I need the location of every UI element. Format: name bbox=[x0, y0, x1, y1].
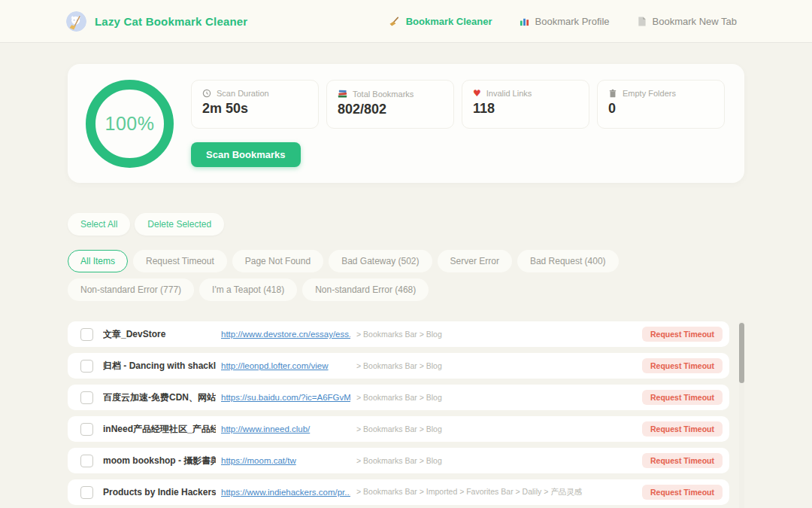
trash-icon bbox=[608, 89, 617, 98]
new-tab-page-icon bbox=[637, 17, 647, 26]
books-icon bbox=[338, 89, 347, 99]
bookmark-link[interactable]: http://www.inneed.club/ bbox=[221, 424, 350, 433]
stat-cards: Scan Duration 2m 50s Total Book bbox=[191, 80, 728, 129]
status-badge: Request Timeout bbox=[642, 485, 723, 500]
scan-summary-panel: 100% Scan Duration 2m 50s bbox=[68, 64, 744, 183]
broom-icon bbox=[389, 16, 400, 27]
nav-bookmark-new-tab[interactable]: Bookmark New Tab bbox=[637, 16, 737, 27]
filter-page-not-found[interactable]: Page Not Found bbox=[232, 250, 323, 272]
clock-icon bbox=[202, 89, 211, 98]
bookmark-folder-path: > Bookmarks Bar > Imported > Favorites B… bbox=[356, 487, 636, 497]
filter-chips: All Items Request Timeout Page Not Found… bbox=[68, 250, 744, 301]
main-content: 100% Scan Duration 2m 50s bbox=[68, 64, 744, 508]
filter-bad-request-400[interactable]: Bad Request (400) bbox=[517, 250, 619, 272]
bookmark-folder-path: > Bookmarks Bar > Blog bbox=[356, 330, 636, 339]
stat-label: Total Bookmarks bbox=[353, 90, 414, 99]
bookmark-link[interactable]: https://moom.cat/tw bbox=[221, 456, 350, 465]
heart-icon: ♥ bbox=[473, 89, 481, 98]
bookmark-link[interactable]: https://su.baidu.com/?ic=A6FGvM bbox=[221, 393, 350, 402]
filter-server-error[interactable]: Server Error bbox=[438, 250, 512, 272]
bookmark-folder-path: > Bookmarks Bar > Blog bbox=[356, 361, 636, 370]
bookmark-list: 文章_DevStore http://www.devstore.cn/essay… bbox=[68, 321, 744, 508]
bookmark-row: inNeed产品经理社区_产品经理交... http://www.inneed.… bbox=[68, 416, 729, 442]
filter-non-standard-error-777[interactable]: Non-standard Error (777) bbox=[68, 278, 194, 301]
stat-scan-duration: Scan Duration 2m 50s bbox=[191, 80, 319, 129]
bulk-actions: Select All Delete Selected bbox=[68, 213, 744, 236]
filter-im-a-teapot-418[interactable]: I'm a Teapot (418) bbox=[199, 278, 297, 301]
app-title: Lazy Cat Bookmark Cleaner bbox=[95, 15, 247, 28]
stat-empty-folders: Empty Folders 0 bbox=[597, 80, 725, 129]
bookmark-title: inNeed产品经理社区_产品经理交... bbox=[103, 423, 216, 436]
bookmark-link[interactable]: https://www.indiehackers.com/pr... bbox=[221, 488, 350, 497]
bookmark-folder-path: > Bookmarks Bar > Blog bbox=[356, 424, 636, 433]
stat-value: 118 bbox=[473, 101, 578, 117]
status-badge: Request Timeout bbox=[642, 390, 723, 405]
bookmark-checkbox[interactable] bbox=[80, 328, 93, 341]
status-badge: Request Timeout bbox=[642, 453, 723, 468]
bookmark-checkbox[interactable] bbox=[80, 486, 93, 499]
bookmark-title: moom bookshop - 攝影書與雜誌 bbox=[103, 455, 216, 467]
filter-request-timeout[interactable]: Request Timeout bbox=[133, 250, 227, 272]
bookmark-title: Products by Indie Hackers bbox=[103, 487, 216, 497]
status-badge: Request Timeout bbox=[642, 327, 723, 342]
filter-non-standard-error-468[interactable]: Non-standard Error (468) bbox=[302, 278, 429, 301]
filter-all-items[interactable]: All Items bbox=[68, 250, 128, 272]
bookmark-checkbox[interactable] bbox=[80, 360, 93, 373]
stat-value: 802/802 bbox=[338, 102, 443, 117]
brand: Lazy Cat Bookmark Cleaner bbox=[66, 11, 247, 32]
list-scrollbar-track bbox=[739, 321, 744, 508]
bookmark-title: 文章_DevStore bbox=[103, 328, 216, 341]
bookmark-checkbox[interactable] bbox=[80, 391, 93, 404]
bookmark-title: 百度云加速-免费CDN、网站攻击防... bbox=[103, 391, 216, 404]
bookmark-row: 百度云加速-免费CDN、网站攻击防... https://su.baidu.co… bbox=[68, 385, 729, 410]
top-nav: Bookmark Cleaner Bookmark Profile Bookma… bbox=[389, 16, 737, 27]
nav-label: Bookmark Cleaner bbox=[406, 16, 492, 27]
bar-chart-icon bbox=[520, 17, 529, 26]
nav-label: Bookmark New Tab bbox=[653, 16, 737, 27]
nav-label: Bookmark Profile bbox=[535, 16, 610, 27]
cat-broom-logo-icon bbox=[66, 11, 86, 32]
status-badge: Request Timeout bbox=[642, 358, 723, 373]
stat-label: Scan Duration bbox=[217, 89, 269, 98]
stat-label: Empty Folders bbox=[623, 89, 676, 98]
scan-progress-ring: 100% bbox=[86, 80, 174, 168]
bookmark-row: moom bookshop - 攝影書與雜誌 https://moom.cat/… bbox=[68, 448, 729, 473]
bookmark-title: 归档 - Dancing with shackle bbox=[103, 360, 216, 373]
filter-bad-gateway-502[interactable]: Bad Gateway (502) bbox=[329, 250, 432, 272]
bookmark-checkbox[interactable] bbox=[80, 423, 93, 436]
stat-total-bookmarks: Total Bookmarks 802/802 bbox=[326, 80, 454, 129]
nav-bookmark-cleaner[interactable]: Bookmark Cleaner bbox=[389, 16, 492, 27]
stat-invalid-links: ♥ Invalid Links 118 bbox=[462, 80, 589, 129]
bookmark-checkbox[interactable] bbox=[80, 455, 93, 467]
progress-percent: 100% bbox=[86, 80, 174, 168]
stat-label: Invalid Links bbox=[486, 89, 532, 98]
status-badge: Request Timeout bbox=[642, 421, 723, 437]
delete-selected-button[interactable]: Delete Selected bbox=[135, 213, 224, 236]
bookmark-link[interactable]: http://www.devstore.cn/essay/ess... bbox=[221, 330, 350, 339]
nav-bookmark-profile[interactable]: Bookmark Profile bbox=[520, 16, 610, 27]
bookmark-link[interactable]: http://leonpd.lofter.com/view bbox=[221, 361, 350, 370]
list-scrollbar-thumb[interactable] bbox=[739, 323, 744, 383]
stat-value: 0 bbox=[608, 101, 714, 117]
stat-value: 2m 50s bbox=[202, 101, 308, 117]
scan-bookmarks-button[interactable]: Scan Bookmarks bbox=[191, 142, 301, 167]
bookmark-folder-path: > Bookmarks Bar > Blog bbox=[356, 393, 636, 402]
select-all-button[interactable]: Select All bbox=[68, 213, 130, 236]
bookmark-folder-path: > Bookmarks Bar > Blog bbox=[356, 456, 636, 465]
bookmark-row: 文章_DevStore http://www.devstore.cn/essay… bbox=[68, 321, 729, 347]
app-header: Lazy Cat Bookmark Cleaner Bookmark Clean… bbox=[0, 0, 812, 42]
bookmark-row: 归档 - Dancing with shackle http://leonpd.… bbox=[68, 353, 729, 379]
bookmark-row: Products by Indie Hackers https://www.in… bbox=[68, 479, 729, 505]
